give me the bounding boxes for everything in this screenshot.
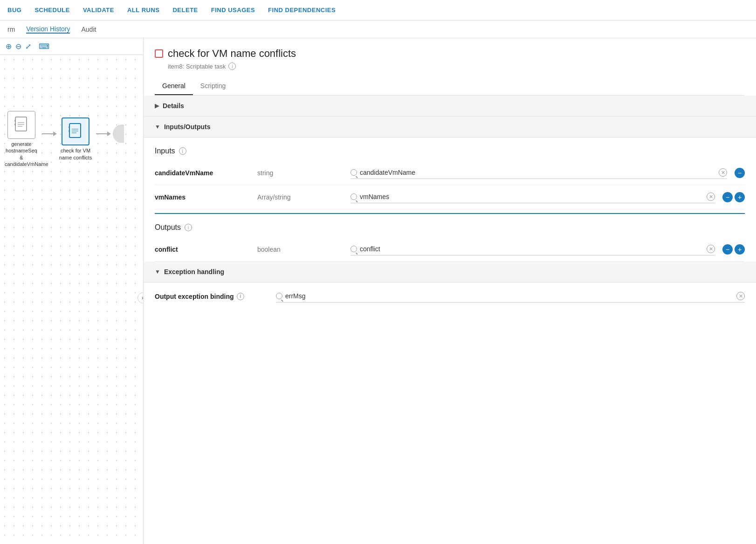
inputs-info-icon[interactable]: i (179, 147, 186, 155)
keyboard-button[interactable]: ⌨ (39, 42, 49, 51)
panel-subtitle: item8: Scriptable task i (168, 62, 745, 70)
exception-binding-field: ✕ (276, 290, 745, 303)
search-icon-1 (351, 169, 357, 176)
io-section: Inputs i candidateVmName string ✕ − (144, 138, 756, 262)
minus-btn-conflict[interactable]: − (722, 244, 733, 255)
panel-subtitle-text: item8: Scriptable task (168, 63, 226, 70)
canvas-panel: ⊕ ⊖ ⤢ ⌨ (0, 38, 144, 544)
clear-btn-exception[interactable]: ✕ (736, 292, 745, 300)
search-icon-3 (351, 246, 357, 252)
panel-title: check for VM name conflicts (168, 48, 296, 60)
plus-btn-conflict[interactable]: + (735, 244, 745, 255)
output-wrapper-conflict: ✕ (351, 243, 715, 255)
input-binding-vmNames: ✕ − + (351, 191, 745, 203)
output-field-conflict[interactable] (360, 245, 704, 253)
panel-header: check for VM name conflicts item8: Scrip… (144, 38, 756, 70)
inputs-title: Inputs i (155, 138, 745, 161)
collapse-icon: » (142, 295, 143, 301)
exception-label-text: Output exception binding (155, 293, 234, 300)
node-generate-label: generate hostnameSeq & candidateVmName (5, 141, 38, 167)
action-btns-vmNames: − + (722, 192, 745, 202)
section-exception[interactable]: ▼ Exception handling (144, 262, 756, 282)
workflow-nodes: generate hostnameSeq & candidateVmName (5, 111, 131, 167)
nav-all-runs[interactable]: ALL RUNS (127, 7, 159, 14)
exception-chevron-icon: ▼ (155, 269, 160, 275)
exception-info-icon[interactable]: i (237, 293, 244, 300)
input-wrapper-vmNames: ✕ (351, 191, 715, 203)
connector-arrow-1 (42, 133, 55, 134)
clear-btn-candidateVmName[interactable]: ✕ (719, 168, 727, 177)
main-layout: ⊕ ⊖ ⤢ ⌨ (0, 38, 756, 544)
search-icon-2 (351, 193, 357, 200)
input-wrapper-candidateVmName: ✕ (351, 166, 727, 179)
nav-find-dependencies[interactable]: FIND DEPENDENCIES (268, 7, 336, 14)
nav-bug[interactable]: BUG (7, 7, 21, 14)
keyboard-icon: ⌨ (39, 42, 49, 50)
search-icon-exception (276, 293, 282, 299)
output-name-conflict: conflict (155, 246, 257, 253)
zoom-in-icon: ⊕ (6, 42, 12, 50)
svg-rect-4 (69, 124, 81, 138)
input-row-candidateVmName: candidateVmName string ✕ − (155, 161, 745, 185)
input-binding-candidateVmName: ✕ − (351, 166, 745, 179)
io-chevron-icon: ▼ (155, 124, 160, 130)
clear-btn-vmNames[interactable]: ✕ (707, 193, 715, 201)
inputs-label: Inputs (155, 147, 175, 155)
exception-label: Exception handling (164, 268, 224, 275)
panel-collapse-button[interactable]: » (137, 292, 143, 303)
subtitle-info-icon[interactable]: i (228, 62, 236, 70)
node-check[interactable]: check for VM name conflicts (59, 117, 92, 161)
canvas-toolbar: ⊕ ⊖ ⤢ ⌨ (0, 38, 143, 55)
exception-row: Output exception binding i ✕ (155, 282, 745, 310)
details-chevron-icon: ▶ (155, 103, 159, 109)
exception-wrapper: ✕ (276, 290, 745, 303)
subnav-version-history[interactable]: Version History (26, 25, 70, 34)
top-nav: BUG SCHEDULE VALIDATE ALL RUNS DELETE FI… (0, 0, 756, 21)
input-type-candidateVmName: string (257, 169, 351, 177)
input-type-vmNames: Array/string (257, 193, 351, 201)
sub-nav: rm Version History Audit (0, 21, 756, 38)
node-next-partial (113, 124, 131, 143)
minus-btn-candidateVmName[interactable]: − (735, 168, 745, 178)
zoom-in-button[interactable]: ⊕ (6, 42, 12, 51)
action-btns-candidateVmName: − (735, 168, 745, 178)
nav-delete[interactable]: DELETE (172, 7, 198, 14)
node-generate[interactable]: generate hostnameSeq & candidateVmName (5, 111, 38, 167)
nav-validate[interactable]: VALIDATE (83, 7, 114, 14)
input-field-vmNames[interactable] (360, 193, 704, 200)
task-icon (155, 49, 163, 58)
panel-tabs: General Scripting (155, 77, 745, 96)
input-row-vmNames: vmNames Array/string ✕ − + (155, 185, 745, 209)
nav-schedule[interactable]: SCHEDULE (34, 7, 70, 14)
node-check-box[interactable] (62, 117, 89, 145)
clear-btn-conflict[interactable]: ✕ (707, 245, 715, 253)
subnav-audit[interactable]: Audit (81, 26, 96, 33)
minus-btn-vmNames[interactable]: − (722, 192, 733, 202)
exception-input-field[interactable] (285, 292, 734, 300)
action-btns-conflict: − + (722, 244, 745, 255)
fit-icon: ⤢ (25, 42, 31, 50)
exception-section: Output exception binding i ✕ (144, 282, 756, 310)
zoom-out-icon: ⊖ (15, 42, 21, 50)
nav-find-usages[interactable]: FIND USAGES (211, 7, 255, 14)
section-details[interactable]: ▶ Details (144, 96, 756, 117)
fit-button[interactable]: ⤢ (25, 42, 31, 51)
section-inputs-outputs[interactable]: ▼ Inputs/Outputs (144, 117, 756, 138)
input-field-candidateVmName[interactable] (360, 169, 716, 176)
plus-btn-vmNames[interactable]: + (735, 192, 745, 202)
outputs-info-icon[interactable]: i (185, 224, 192, 231)
outputs-title: Outputs i (155, 214, 745, 237)
detail-panel: check for VM name conflicts item8: Scrip… (144, 38, 756, 544)
input-name-vmNames: vmNames (155, 193, 257, 201)
panel-title-row: check for VM name conflicts (155, 48, 745, 60)
zoom-out-button[interactable]: ⊖ (15, 42, 21, 51)
node-generate-box[interactable] (7, 111, 35, 139)
tab-scripting[interactable]: Scripting (193, 77, 233, 95)
output-binding-conflict: ✕ − + (351, 243, 745, 255)
outputs-label: Outputs (155, 223, 181, 232)
subnav-rm[interactable]: rm (7, 26, 15, 33)
io-label: Inputs/Outputs (164, 123, 211, 131)
exception-binding-label: Output exception binding i (155, 293, 276, 300)
canvas-area: generate hostnameSeq & candidateVmName (0, 55, 143, 540)
tab-general[interactable]: General (155, 77, 193, 95)
